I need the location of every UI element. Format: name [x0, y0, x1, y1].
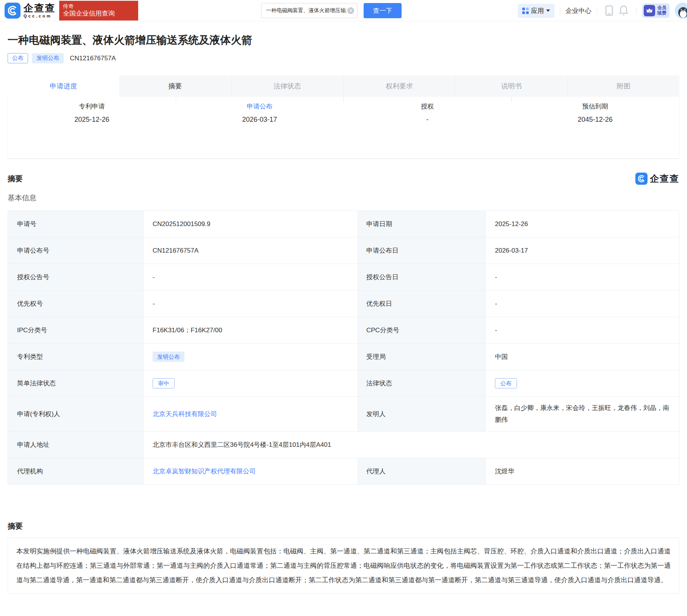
patent-title: 一种电磁阀装置、液体火箭增压输送系统及液体火箭	[8, 33, 679, 48]
row-label: 授权公告日	[357, 264, 485, 291]
tab-description[interactable]: 说明书	[455, 75, 567, 97]
status-badge: 公布	[8, 53, 28, 63]
legal-status-badge: 公布	[495, 378, 517, 389]
simple-legal-status: 审中	[143, 370, 357, 397]
row-label: 简单法律状态	[8, 370, 143, 397]
timeline-label: 预估到期	[511, 102, 679, 111]
tab-application-progress[interactable]: 申请进度	[8, 75, 119, 97]
crown-icon	[644, 5, 655, 16]
search-input[interactable]	[262, 3, 347, 18]
agency-link[interactable]: 北京卓岚智财知识产权代理有限公司	[153, 465, 256, 477]
apps-menu[interactable]: 应用	[518, 4, 555, 18]
applicant-link[interactable]: 北京天兵科技有限公司	[153, 408, 217, 420]
agency: 北京卓岚智财知识产权代理有限公司	[143, 458, 357, 485]
priority-date: -	[485, 291, 679, 317]
clear-search-icon[interactable]: ✕	[347, 7, 354, 14]
tab-abstract[interactable]: 摘要	[119, 75, 231, 97]
tab-drawings[interactable]: 附图	[567, 75, 679, 97]
grant-date: -	[485, 264, 679, 291]
apps-label: 应用	[531, 6, 544, 15]
legal-status: 公布	[485, 370, 679, 397]
receiving-office: 中国	[485, 344, 679, 370]
timeline-label: 申请公布	[176, 102, 344, 111]
qcc-logo[interactable]: 企查查 Qcc.com	[5, 3, 55, 19]
row-label: 代理机构	[8, 458, 143, 485]
applicant-address: 北京市丰台区和义西里二区36号院4号楼-1至4层101内4层A401	[143, 432, 679, 458]
timeline-publication: 申请公布 2026-03-17	[176, 102, 344, 158]
row-label: 发明人	[357, 397, 485, 432]
tab-bar: 申请进度 摘要 法律状态 权利要求 说明书 附图	[8, 75, 679, 97]
vip-renew-button[interactable]: 会员 续费	[642, 3, 670, 18]
row-label: 申请(专利权)人	[8, 397, 143, 432]
divider	[560, 7, 560, 14]
row-label: 受理局	[357, 344, 485, 370]
divider	[511, 97, 512, 102]
top-header: 企查查 Qcc.com 传奇 全国企业信用查询 ✕ 查一下 应用 企业中心	[0, 0, 687, 21]
chevron-down-icon	[546, 9, 550, 12]
qcc-logo-icon	[5, 3, 20, 19]
section-title-abstract: 摘要	[8, 174, 23, 184]
priority-number: -	[143, 291, 357, 317]
row-label: 代理人	[357, 458, 485, 485]
abstract-text: 本发明实施例提供一种电磁阀装置、液体火箭增压输送系统及液体火箭，电磁阀装置包括：…	[8, 537, 679, 594]
mobile-app-icon[interactable]	[605, 5, 613, 16]
row-label: 优先权日	[357, 291, 485, 317]
timeline-date: 2045-12-26	[511, 116, 679, 124]
basic-info-heading: 基本信息	[8, 193, 679, 203]
application-number: CN202512001509.9	[143, 211, 357, 237]
user-avatar[interactable]	[675, 3, 687, 19]
patent-badges: 公布 发明公布 CN121676757A	[8, 53, 679, 63]
ipc-class: F16K31/06；F16K27/00	[143, 317, 357, 344]
row-label: 申请公布日	[357, 237, 485, 264]
search-box: ✕	[261, 3, 358, 18]
type-badge: 发明公布	[32, 53, 64, 63]
divider	[597, 7, 597, 14]
apps-grid-icon	[522, 8, 529, 14]
search-button[interactable]: 查一下	[364, 3, 402, 18]
promo-line2: 全国企业信用查询	[63, 9, 134, 18]
divider	[637, 7, 637, 14]
timeline-application: 专利申请 2025-12-26	[8, 102, 176, 158]
application-date: 2025-12-26	[485, 211, 679, 237]
timeline-grant: 授权 -	[344, 102, 511, 158]
enterprise-center-link[interactable]: 企业中心	[566, 6, 591, 15]
row-label: 申请号	[8, 211, 143, 237]
timeline-label: 专利申请	[8, 102, 176, 111]
divider	[344, 97, 344, 102]
row-label: 法律状态	[357, 370, 485, 397]
patent-timeline: 专利申请 2025-12-26 申请公布 2026-03-17 授权 - 预估到…	[8, 97, 679, 159]
grant-number: -	[143, 264, 357, 291]
vip-label: 会员 续费	[657, 5, 667, 16]
divider	[176, 97, 176, 102]
timeline-date: 2025-12-26	[8, 116, 176, 124]
timeline-label: 授权	[344, 102, 511, 111]
inventors: 张磊，白少卿，康永来，宋会玲，王振旺，龙春伟，刘晶，南鹏伟	[485, 397, 679, 432]
row-label: 申请日期	[357, 211, 485, 237]
tab-legal-status[interactable]: 法律状态	[231, 75, 343, 97]
patent-type: 发明公布	[143, 344, 357, 370]
agent: 沈煜华	[485, 458, 679, 485]
row-label: 申请公布号	[8, 237, 143, 264]
simple-legal-status-badge: 审中	[153, 378, 175, 389]
publication-number: CN121676757A	[70, 55, 116, 62]
publication-number-cell: CN121676757A	[143, 237, 357, 264]
timeline-date: 2026-03-17	[176, 116, 344, 124]
row-label: 专利类型	[8, 344, 143, 370]
promo-banner: 传奇 全国企业信用查询	[59, 1, 138, 20]
page-content: 一种电磁阀装置、液体火箭增压输送系统及液体火箭 公布 发明公布 CN121676…	[0, 33, 687, 594]
tab-claims[interactable]: 权利要求	[343, 75, 455, 97]
row-label: IPC分类号	[8, 317, 143, 344]
vip-line1: 会员	[657, 5, 667, 11]
qcc-watermark-logo: 企查查	[635, 173, 679, 185]
qcc-watermark-text: 企查查	[650, 173, 679, 185]
basic-info-table: 申请号 CN202512001509.9 申请日期 2025-12-26 申请公…	[8, 211, 679, 485]
row-label: 申请人地址	[8, 432, 143, 458]
brand-name: 企查查	[24, 3, 55, 13]
notification-bell-icon[interactable]	[619, 5, 628, 16]
abstract-section-header: 摘要 企查查	[8, 173, 679, 185]
header-right: 应用 企业中心 会员 续费	[518, 0, 687, 21]
promo-line1: 传奇	[63, 3, 134, 9]
row-label: 授权公告号	[8, 264, 143, 291]
brand-domain: Qcc.com	[24, 14, 55, 18]
applicant: 北京天兵科技有限公司	[143, 397, 357, 432]
